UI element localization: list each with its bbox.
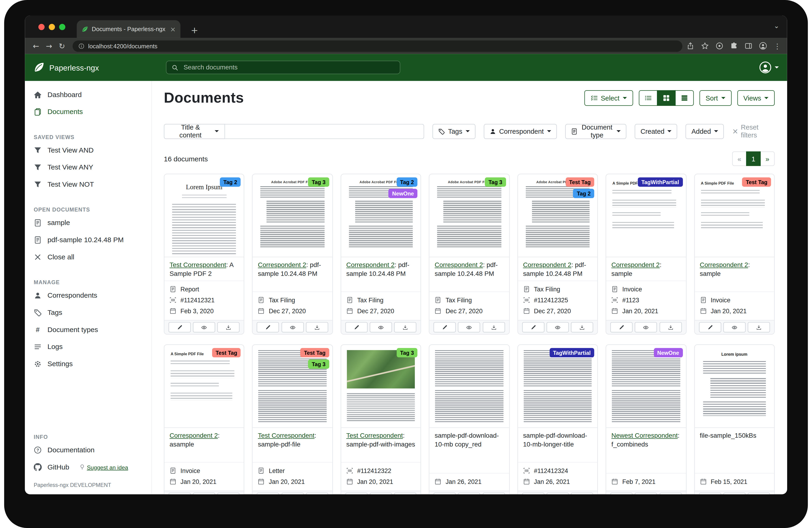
download-button[interactable]	[394, 493, 417, 494]
reload-button[interactable]: ↻	[56, 42, 69, 50]
tag-badge[interactable]: NewOne	[654, 348, 683, 357]
download-button[interactable]	[659, 493, 682, 494]
sidebar-item-pdf-sample-10-24-48-pm[interactable]: pdf-sample 10.24.48 PM	[25, 231, 151, 248]
document-title[interactable]: Test Correspondent: A Sample PDF 2	[164, 257, 244, 280]
address-bar[interactable]: localhost:4200/documents	[73, 40, 682, 52]
edit-button[interactable]	[257, 493, 279, 494]
tag-badge[interactable]: Test Tag	[212, 348, 241, 357]
document-thumbnail[interactable]: Tag 3	[341, 345, 421, 428]
document-title[interactable]: Newest Correspondent: f_combineds	[606, 428, 686, 451]
download-button[interactable]	[306, 322, 328, 332]
document-thumbnail[interactable]: TagWithPartial	[518, 345, 597, 428]
tag-badge[interactable]: Tag 3	[485, 177, 506, 187]
pagination-current[interactable]: 1	[746, 152, 761, 166]
preview-button[interactable]	[723, 322, 745, 332]
correspondent-link[interactable]: Correspondent 2	[611, 261, 660, 269]
download-button[interactable]	[483, 493, 505, 494]
view-list-button[interactable]	[639, 90, 657, 106]
preview-button[interactable]	[458, 322, 480, 332]
tab-close-icon[interactable]: ×	[170, 25, 176, 33]
download-button[interactable]	[748, 322, 770, 332]
correspondent-link[interactable]: Correspondent 2	[258, 261, 306, 269]
preview-button[interactable]	[458, 493, 480, 494]
document-type[interactable]: Tax Filing	[346, 295, 416, 305]
download-button[interactable]	[306, 493, 328, 494]
download-button[interactable]	[659, 322, 682, 332]
pagination-prev[interactable]: «	[732, 152, 747, 166]
tag-badge[interactable]: TagWithPartial	[638, 177, 683, 187]
sidebar-item-test-view-not[interactable]: Test View NOT	[25, 176, 151, 193]
user-menu[interactable]	[759, 61, 779, 74]
document-title[interactable]: Correspondent 2: pdf-sample 10.24.48 PM	[253, 257, 332, 280]
document-type[interactable]: Tax Filing	[258, 295, 327, 305]
preview-button[interactable]	[723, 493, 745, 494]
browser-tab[interactable]: Documents - Paperless-ngx ×	[77, 20, 180, 38]
document-thumbnail[interactable]: Test TagTag 3	[253, 345, 332, 428]
tag-badge[interactable]: Test Tag	[742, 177, 771, 187]
sidebar-item-settings[interactable]: Settings	[25, 355, 151, 372]
sidebar-item-sample[interactable]: sample	[25, 214, 151, 231]
edit-button[interactable]	[699, 493, 721, 494]
view-grid-button[interactable]	[657, 90, 675, 106]
extension-circle-icon[interactable]	[716, 42, 724, 50]
preview-button[interactable]	[281, 322, 304, 332]
document-type[interactable]: Report	[170, 284, 238, 295]
search-input[interactable]	[183, 63, 395, 72]
document-title[interactable]: Correspondent 2: pdf-sample 10.24.48 PM	[518, 257, 597, 280]
tag-badge[interactable]: TagWithPartial	[549, 348, 594, 357]
correspondent-link[interactable]: Test Correspondent	[346, 432, 403, 439]
document-title[interactable]: sample-pdf-download-10-mb-longer-title	[518, 428, 597, 451]
sidebar-item-test-view-and[interactable]: Test View AND	[25, 142, 151, 159]
document-thumbnail[interactable]	[430, 345, 509, 428]
document-thumbnail[interactable]: A Simple PDF FileTagWithPartial	[606, 174, 686, 257]
tag-badge[interactable]: Test Tag	[565, 177, 594, 187]
edit-button[interactable]	[169, 322, 191, 332]
select-button[interactable]: Select	[584, 90, 633, 106]
minimize-window-button[interactable]	[49, 24, 55, 30]
filter-query-input[interactable]	[225, 124, 424, 139]
document-type[interactable]: Invoice	[611, 284, 681, 295]
edit-button[interactable]	[345, 493, 367, 494]
document-title[interactable]: Correspondent 2: asample	[164, 428, 244, 451]
filter-document-type-button[interactable]: Document type	[565, 124, 626, 139]
tag-badge[interactable]: NewOne	[389, 189, 418, 198]
preview-button[interactable]	[547, 322, 569, 332]
browser-menu-icon[interactable]: ⋮	[774, 42, 781, 50]
edit-button[interactable]	[169, 493, 191, 494]
edit-button[interactable]	[434, 322, 456, 332]
tag-badge[interactable]: Tag 2	[220, 177, 241, 187]
sidebar-item-correspondents[interactable]: Correspondents	[25, 287, 151, 304]
edit-button[interactable]	[610, 322, 633, 332]
sidebar-item-test-view-any[interactable]: Test View ANY	[25, 159, 151, 176]
preview-button[interactable]	[281, 493, 304, 494]
download-button[interactable]	[483, 322, 505, 332]
document-title[interactable]: Correspondent 2: sample	[695, 257, 774, 280]
document-title[interactable]: Correspondent 2: pdf-sample 10.24.48 PM	[430, 257, 509, 280]
views-button[interactable]: Views	[737, 90, 774, 106]
preview-button[interactable]	[193, 322, 215, 332]
close-window-button[interactable]	[38, 24, 45, 30]
suggest-idea-link[interactable]: Suggest an idea	[79, 464, 128, 470]
share-icon[interactable]	[686, 42, 694, 50]
correspondent-link[interactable]: Newest Correspondent	[611, 432, 678, 439]
edit-button[interactable]	[699, 322, 721, 332]
document-thumbnail[interactable]: A Simple PDF FileTest Tag	[695, 174, 774, 257]
filter-added-button[interactable]: Added	[686, 124, 724, 139]
preview-button[interactable]	[370, 493, 392, 494]
edit-button[interactable]	[610, 493, 633, 494]
preview-button[interactable]	[370, 322, 392, 332]
document-thumbnail[interactable]: Adobe Acrobat PDF FilesTag 3	[430, 174, 509, 257]
document-title[interactable]: file-sample_150kBs	[695, 428, 774, 442]
document-thumbnail[interactable]: Lorem IpsumTag 2	[164, 174, 244, 257]
tag-badge[interactable]: Tag 2	[573, 189, 594, 198]
document-type[interactable]: Letter	[258, 465, 327, 476]
tag-badge[interactable]: Test Tag	[300, 348, 329, 357]
app-brand[interactable]: Paperless-ngx	[33, 62, 99, 73]
document-thumbnail[interactable]: Adobe Acrobat PDF FilesTag 2NewOne	[341, 174, 421, 257]
sidebar-item-documents[interactable]: Documents	[25, 103, 151, 120]
edit-button[interactable]	[434, 493, 456, 494]
correspondent-link[interactable]: Correspondent 2	[435, 261, 483, 269]
document-thumbnail[interactable]: NewOne	[606, 345, 686, 428]
document-thumbnail[interactable]: Lorem ipsum	[695, 345, 774, 428]
document-thumbnail[interactable]: A Simple PDF FileTest Tag	[164, 345, 244, 428]
